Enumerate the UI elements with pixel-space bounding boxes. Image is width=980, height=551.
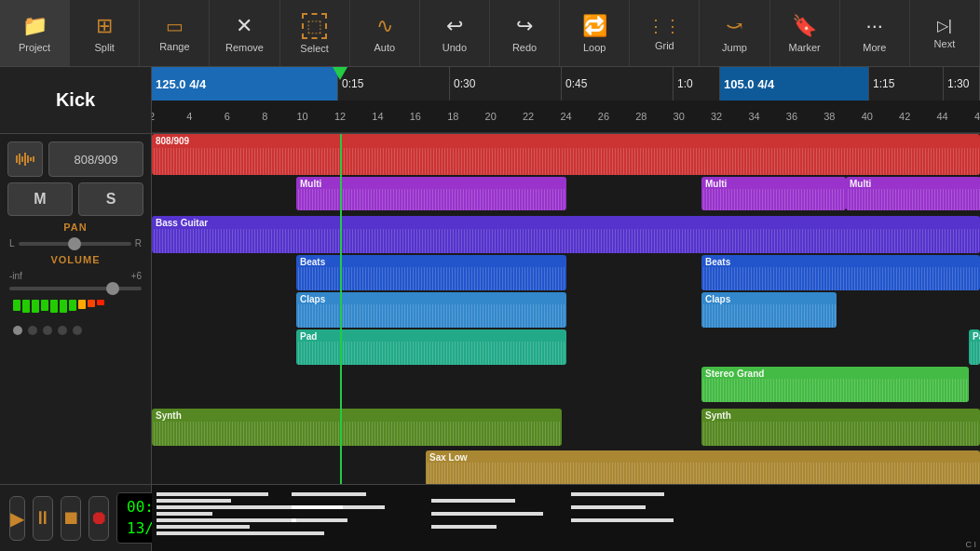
- volume-label: VOLUME: [7, 254, 143, 265]
- dot-3[interactable]: [43, 326, 52, 335]
- ruler-num-14: 14: [372, 111, 383, 122]
- auto-icon: ∿: [376, 14, 393, 38]
- clip-multi3[interactable]: Multi: [846, 177, 980, 210]
- clip-synth2[interactable]: Synth: [701, 409, 980, 446]
- jump-button[interactable]: ⤻ Jump: [700, 0, 769, 66]
- undo-button[interactable]: ↩ Undo: [420, 0, 490, 66]
- mute-button[interactable]: M: [7, 182, 73, 216]
- tracks-canvas: 808/909MultiMultiMultiBass GuitarBeatsBe…: [152, 134, 980, 484]
- clip-synth1[interactable]: Synth: [152, 409, 562, 446]
- pause-button[interactable]: ⏸: [33, 496, 53, 541]
- marker-button[interactable]: 🔖 Marker: [770, 0, 840, 66]
- ruler-num-44: 44: [936, 111, 947, 122]
- clip-waveform: [701, 267, 980, 290]
- clip-multi1[interactable]: Multi: [296, 177, 566, 210]
- clip-beats2[interactable]: Beats: [701, 255, 980, 290]
- project-label: Project: [19, 42, 50, 53]
- remove-icon: ✕: [236, 14, 252, 38]
- dot-1[interactable]: [13, 326, 22, 335]
- ruler-time-045: 0:45: [562, 67, 674, 101]
- dot-5[interactable]: [73, 326, 82, 335]
- marker-label: Marker: [789, 42, 821, 53]
- vol-min: -inf: [9, 271, 22, 281]
- ruler-seg-right: 105.0 4/4: [720, 67, 869, 101]
- remove-label: Remove: [225, 42, 264, 53]
- dot-4[interactable]: [58, 326, 67, 335]
- dot-row: [7, 322, 143, 339]
- tracks-area[interactable]: 808/909MultiMultiMultiBass GuitarBeatsBe…: [152, 134, 980, 484]
- clip-waveform: [296, 342, 566, 365]
- clip-beats1[interactable]: Beats: [296, 255, 566, 290]
- jump-label: Jump: [722, 42, 747, 53]
- meter-area: [7, 296, 143, 316]
- undo-icon: ↩: [446, 14, 463, 38]
- select-button[interactable]: ⬚ Select: [280, 0, 350, 66]
- range-icon: ▭: [166, 15, 184, 37]
- ruler-num-42: 42: [899, 111, 910, 122]
- split-button[interactable]: ⊞ Split: [70, 0, 140, 66]
- mini-note-4: [157, 518, 296, 522]
- project-button[interactable]: 📁 Project: [0, 0, 70, 66]
- pan-slider-thumb[interactable]: [68, 237, 81, 250]
- clip-waveform: [846, 189, 980, 210]
- ruler-num-40: 40: [862, 111, 873, 122]
- volume-slider-thumb[interactable]: [106, 282, 119, 295]
- next-button[interactable]: ▷| Next: [910, 0, 980, 66]
- ruler-num-10: 10: [297, 111, 308, 122]
- clip-pad1[interactable]: Pad: [296, 329, 566, 365]
- clip-waveform: [701, 422, 980, 446]
- range-button[interactable]: ▭ Range: [140, 0, 210, 66]
- clip-claps1[interactable]: Claps: [296, 292, 566, 328]
- waveform-icon: [15, 152, 35, 167]
- mini-view: C I: [152, 484, 980, 551]
- volume-slider-track[interactable]: [9, 287, 142, 290]
- project-icon: 📁: [22, 14, 48, 38]
- loop-button[interactable]: 🔁 Loop: [560, 0, 630, 66]
- clip-kick808[interactable]: 808/909: [152, 134, 980, 175]
- waveform-button[interactable]: [7, 141, 43, 177]
- play-button[interactable]: ▶: [9, 496, 25, 541]
- stop-button[interactable]: ⏹: [61, 496, 81, 541]
- ruler-num-18: 18: [447, 111, 458, 122]
- pan-slider-track[interactable]: [19, 242, 131, 246]
- ruler-num-8: 8: [262, 111, 267, 122]
- clip-bassguitar[interactable]: Bass Guitar: [152, 216, 980, 253]
- solo-button[interactable]: S: [78, 182, 143, 216]
- ruler-time-130: 1:30: [944, 67, 980, 101]
- record-button[interactable]: ⏺: [88, 496, 109, 541]
- redo-button[interactable]: ↪ Redo: [490, 0, 560, 66]
- svg-rect-3: [24, 153, 26, 166]
- dot-2[interactable]: [28, 326, 37, 335]
- redo-label: Redo: [512, 42, 537, 53]
- clip-stereo[interactable]: Stereo Grand: [701, 367, 969, 402]
- clip-pad2[interactable]: Pad: [969, 329, 980, 365]
- remove-button[interactable]: ✕ Remove: [210, 0, 279, 66]
- clip-waveform: [701, 304, 837, 328]
- clip-saxlow[interactable]: Sax Low: [426, 450, 980, 484]
- mini-notes-area: [152, 485, 980, 551]
- clip-multi2[interactable]: Multi: [701, 177, 846, 210]
- auto-label: Auto: [374, 42, 395, 53]
- pan-label: PAN: [7, 222, 143, 233]
- instrument-row: 808/909: [7, 141, 143, 177]
- ruler-num-28: 28: [635, 111, 647, 122]
- next-label: Next: [934, 38, 956, 49]
- meter-bar-1: [22, 300, 30, 313]
- more-icon: ···: [866, 14, 883, 38]
- vol-max: +6: [131, 271, 142, 281]
- auto-button[interactable]: ∿ Auto: [350, 0, 420, 66]
- svg-rect-6: [33, 156, 34, 162]
- svg-rect-4: [27, 155, 29, 163]
- range-label: Range: [159, 41, 189, 52]
- timeline-panel: 125.0 4/4 0:15 0:30 0:45 1:0: [152, 67, 980, 551]
- pan-left-label: L: [9, 238, 15, 249]
- clip-claps2[interactable]: Claps: [701, 292, 837, 328]
- grid-label: Grid: [655, 40, 674, 51]
- more-button[interactable]: ··· More: [840, 0, 910, 66]
- svg-rect-2: [21, 156, 23, 162]
- grid-button[interactable]: ⋮⋮ Grid: [630, 0, 700, 66]
- volume-slider-row: [7, 287, 143, 290]
- next-icon: ▷|: [937, 17, 952, 34]
- mini-note-0: [157, 492, 268, 496]
- select-label: Select: [300, 43, 329, 54]
